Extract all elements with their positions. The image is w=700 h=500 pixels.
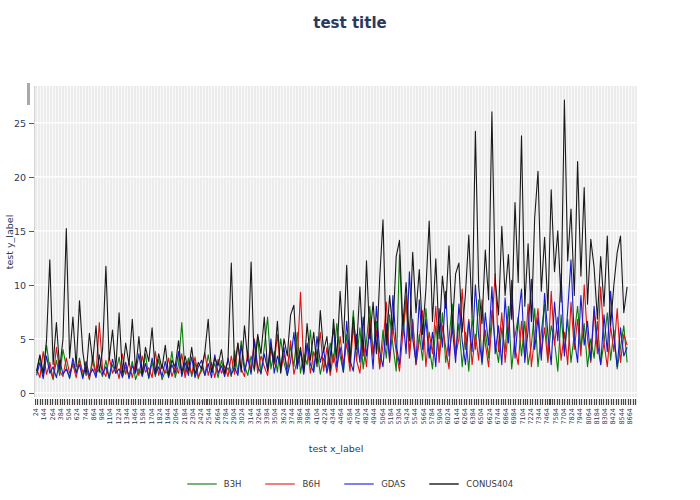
x-tick-label: 2544 [205, 408, 214, 425]
y-axis-spine-cap [27, 83, 30, 105]
legend-item-GDAS: GDAS [344, 479, 405, 489]
x-tick-label: 1104 [106, 408, 115, 425]
series-line-CONUS404 [37, 100, 628, 375]
x-tick-label: 8664 [626, 408, 635, 425]
y-tick-label: 20 [14, 171, 26, 182]
y-tick-label: 0 [20, 387, 26, 398]
x-tick-label: 3024 [238, 408, 247, 425]
chart-title: test title [313, 14, 386, 32]
x-tick-label: 3504 [271, 408, 280, 425]
y-tick-label: 10 [14, 279, 26, 290]
legend-swatch-CONUS404 [429, 483, 459, 485]
legend-label: B3H [224, 479, 242, 489]
y-tick-mark [29, 339, 34, 340]
legend: B3HB6HGDASCONUS404 [0, 479, 700, 489]
legend-label: B6H [302, 479, 320, 489]
y-tick-mark [29, 393, 34, 394]
y-tick-label: 15 [14, 225, 26, 236]
y-tick-mark [29, 285, 34, 286]
legend-swatch-GDAS [344, 483, 374, 485]
x-tick-label: 4944 [370, 408, 379, 425]
y-tick-label: 25 [14, 117, 26, 128]
x-axis-label: test x_label [309, 443, 364, 454]
x-tick-label: 2064 [172, 408, 181, 425]
y-axis-label: test y_label [4, 215, 15, 270]
x-tick-label: 1584 [139, 408, 148, 425]
x-tick-band [35, 399, 637, 405]
legend-item-B3H: B3H [187, 479, 242, 489]
x-tick-label: 3984 [304, 408, 313, 425]
legend-label: GDAS [381, 479, 405, 489]
legend-item-CONUS404: CONUS404 [429, 479, 513, 489]
y-tick-mark [29, 231, 34, 232]
x-tick-label: 4464 [337, 408, 346, 425]
legend-swatch-B3H [187, 483, 217, 485]
legend-label: CONUS404 [466, 479, 513, 489]
y-tick-mark [29, 123, 34, 124]
y-tick-mark [29, 177, 34, 178]
plot-area [35, 86, 637, 397]
plot-svg [35, 86, 637, 397]
y-tick-label: 5 [20, 333, 26, 344]
chart-figure: test title 0510152025 241442643845046247… [0, 0, 700, 500]
legend-swatch-B6H [265, 483, 295, 485]
legend-item-B6H: B6H [265, 479, 320, 489]
